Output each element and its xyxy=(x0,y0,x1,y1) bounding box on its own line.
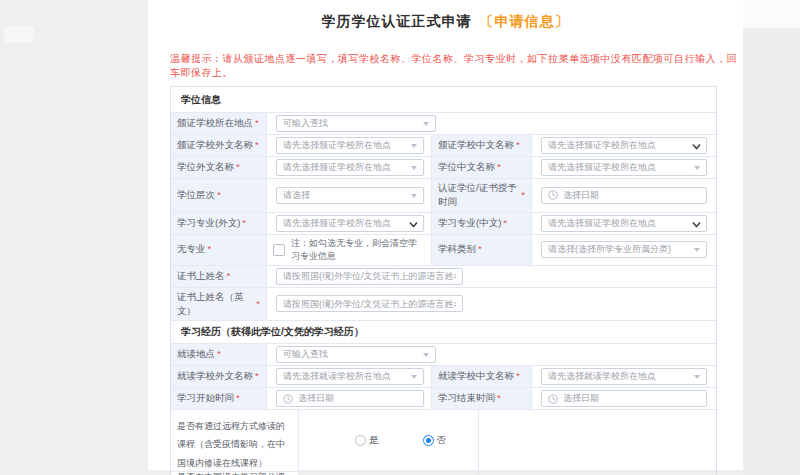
field-label: 就读学校中文名称 xyxy=(438,369,514,383)
remote-course-radio-group: 是 否 xyxy=(305,434,446,447)
chevron-down-icon xyxy=(692,221,701,228)
caret-down-icon xyxy=(411,166,417,170)
section-degree-info: 学位信息 xyxy=(171,87,716,113)
form-row-remote-course: 是否有通过远程方式修读的课程（含受疫情影响，在中国境内修读在线课程） 是 否 xyxy=(171,410,716,472)
section-title: 学位信息 xyxy=(181,93,221,107)
major-cn-select[interactable]: 请先选择颁证学校所在地点 xyxy=(541,215,707,232)
field-label: 学习专业(中文) xyxy=(438,216,501,230)
form-row-cert-name-en: 证书上姓名（英文）* xyxy=(171,288,716,322)
form-row-no-major: 无专业* 注：如勾选无专业，则会清空学习专业信息 学科类别* 请选择(选择所学专… xyxy=(171,235,716,266)
field-label: 颁证学校所在地点 xyxy=(177,116,253,130)
study-location-select[interactable]: 可输入查找 xyxy=(276,346,436,363)
subject-category-select[interactable]: 请选择(选择所学专业所属分类) xyxy=(541,241,707,258)
chevron-down-icon xyxy=(409,221,418,228)
cert-name-input[interactable] xyxy=(276,268,463,285)
field-label: 认证学位/证书授予时间 xyxy=(438,181,519,210)
field-label: 无专业 xyxy=(177,242,206,256)
required-mark: * xyxy=(255,369,259,383)
field-label: 就读地点 xyxy=(177,347,215,361)
field-label: 是否在中国境内学习部分课程 xyxy=(177,471,292,475)
cert-name-en-input[interactable] xyxy=(276,295,463,312)
study-school-foreign-select[interactable]: 请先选择就读学校所在地点 xyxy=(276,368,424,385)
form-row-major: 学习专业(外文)* 请先选择颁证学校所在地点 学习专业(中文)* 请先选择颁证学… xyxy=(171,213,716,235)
required-mark: * xyxy=(255,138,259,152)
clock-icon xyxy=(548,394,558,404)
field-label: 学位中文名称 xyxy=(438,160,495,174)
field-label: 证书上姓名 xyxy=(177,269,225,283)
caret-down-icon xyxy=(411,375,417,379)
field-label: 颁证学校外文名称 xyxy=(177,138,253,152)
radio-checked-icon xyxy=(423,435,434,446)
cert-location-select[interactable]: 可输入查找 xyxy=(276,115,436,132)
field-label: 颁证学校中文名称 xyxy=(438,138,514,152)
required-mark: * xyxy=(516,369,520,383)
field-label: 就读学校外文名称 xyxy=(177,369,253,383)
degree-level-select[interactable]: 请选择 xyxy=(276,187,424,204)
chevron-down-icon xyxy=(692,143,701,150)
study-school-cn-select[interactable]: 请先选择就读学校所在地点 xyxy=(541,368,707,385)
required-mark: * xyxy=(236,391,240,405)
field-label: 学习结束时间 xyxy=(438,391,495,405)
warning-text: 温馨提示：请从颁证地点逐一填写，填写学校名称、学位名称、学习专业时，如下拉菜单选… xyxy=(170,52,743,80)
no-major-checkbox[interactable] xyxy=(273,244,285,256)
degree-foreign-select[interactable]: 请先选择颁证学校所在地点 xyxy=(276,159,424,176)
page-background xyxy=(743,0,800,28)
caret-down-icon xyxy=(411,144,417,148)
required-mark: * xyxy=(242,216,246,230)
clock-icon xyxy=(283,394,293,404)
required-mark: * xyxy=(497,160,501,174)
required-mark: * xyxy=(217,347,221,361)
award-time-datepicker[interactable]: 选择日期 xyxy=(541,187,707,204)
form-row-cert-location: 颁证学校所在地点* 可输入查找 xyxy=(171,113,716,135)
remote-course-radio-no[interactable]: 否 xyxy=(423,434,447,447)
study-start-datepicker[interactable]: 选择日期 xyxy=(276,390,424,407)
form-row-degree-level: 学位层次* 请选择 认证学位/证书授予时间* 选择日期 xyxy=(171,179,716,213)
field-label: 学科类别 xyxy=(438,242,476,256)
required-mark: * xyxy=(256,297,260,311)
form-row-study-time: 学习开始时间* 选择日期 学习结束时间* 选择日期 xyxy=(171,388,716,410)
caret-down-icon xyxy=(411,194,417,198)
field-label: 证书上姓名（英文） xyxy=(177,290,254,319)
field-label: 学习开始时间 xyxy=(177,391,234,405)
caret-down-icon xyxy=(694,375,700,379)
required-mark: * xyxy=(227,269,231,283)
required-mark: * xyxy=(478,242,482,256)
page-background xyxy=(743,28,800,475)
caret-down-icon xyxy=(423,122,429,126)
form-row-cert-name: 证书上姓名* xyxy=(171,266,716,288)
required-mark: * xyxy=(497,391,501,405)
major-foreign-select[interactable]: 请先选择颁证学校所在地点 xyxy=(276,215,424,232)
required-mark: * xyxy=(236,160,240,174)
caret-down-icon xyxy=(694,248,700,252)
section-study-history: 学习经历（获得此学位/文凭的学习经历） xyxy=(171,321,716,344)
form-row-cert-school-name: 颁证学校外文名称* 请先选择颁证学校所在地点 颁证学校中文名称* 请先选择颁证学… xyxy=(171,135,716,157)
page-title-row: 学历学位认证正式申请〔申请信息〕 xyxy=(148,0,743,31)
radio-icon xyxy=(355,435,366,446)
section-title: 学习经历（获得此学位/文凭的学习经历） xyxy=(181,325,364,339)
field-label: 学位层次 xyxy=(177,188,215,202)
clock-icon xyxy=(548,190,558,200)
caret-down-icon xyxy=(694,166,700,170)
required-mark: * xyxy=(521,188,525,202)
form-row-study-location: 就读地点* 可输入查找 xyxy=(171,344,716,366)
required-mark: * xyxy=(208,242,212,256)
application-form-panel: 学历学位认证正式申请〔申请信息〕 温馨提示：请从颁证地点逐一填写，填写学校名称、… xyxy=(148,0,743,470)
remote-course-radio-yes[interactable]: 是 xyxy=(355,434,379,447)
page-background-artifact xyxy=(4,26,34,43)
title-badge: 〔申请信息〕 xyxy=(480,13,570,29)
form-row-degree-name: 学位外文名称* 请先选择颁证学校所在地点 学位中文名称* 请先选择颁证学校所在地… xyxy=(171,157,716,179)
field-label: 是否有通过远程方式修读的课程（含受疫情影响，在中国境内修读在线课程） xyxy=(177,417,292,472)
application-form-table: 学位信息 颁证学校所在地点* 可输入查找 颁证学校外文名称* 请先选择颁证学校所… xyxy=(170,86,717,475)
cert-school-foreign-select[interactable]: 请先选择颁证学校所在地点 xyxy=(276,137,424,154)
page-title: 学历学位认证正式申请 xyxy=(322,13,472,29)
study-end-datepicker[interactable]: 选择日期 xyxy=(541,390,707,407)
degree-cn-select[interactable]: 请先选择颁证学校所在地点 xyxy=(541,159,707,176)
required-mark: * xyxy=(516,138,520,152)
caret-down-icon xyxy=(423,353,429,357)
required-mark: * xyxy=(503,216,507,230)
cert-school-cn-select[interactable]: 请先选择颁证学校所在地点 xyxy=(541,137,707,154)
no-major-note: 注：如勾选无专业，则会清空学习专业信息 xyxy=(291,237,425,263)
field-label: 学习专业(外文) xyxy=(177,216,240,230)
form-row-study-school-name: 就读学校外文名称* 请先选择就读学校所在地点 就读学校中文名称* 请先选择就读学… xyxy=(171,366,716,388)
field-label: 学位外文名称 xyxy=(177,160,234,174)
